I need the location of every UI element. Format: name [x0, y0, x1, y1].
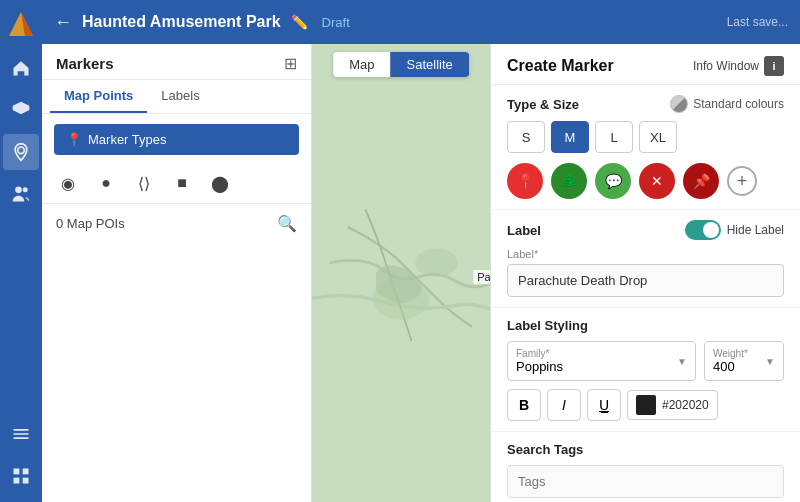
font-weight-value: 400 — [713, 359, 748, 374]
marker-icon-x[interactable]: ✕ — [639, 163, 675, 199]
create-marker-header: Create Marker Info Window i — [491, 44, 800, 85]
panel-tabs: Map Points Labels — [42, 80, 311, 114]
hide-label-toggle[interactable]: Hide Label — [685, 220, 784, 240]
map-area: Map Satellite 🎡 Parachute Death Drop — [312, 44, 490, 502]
icon-square[interactable]: ■ — [170, 171, 194, 195]
font-weight-label: Weight* — [713, 348, 748, 359]
info-window-button[interactable]: Info Window i — [693, 56, 784, 76]
search-tags-title: Search Tags — [507, 442, 583, 457]
panel-title: Markers — [56, 55, 114, 72]
marker-icon-green[interactable]: 🌲 — [551, 163, 587, 199]
svg-point-3 — [15, 187, 22, 194]
marker-icon-chat[interactable]: 💬 — [595, 163, 631, 199]
marker-icon-darkred[interactable]: 📌 — [683, 163, 719, 199]
page-title: Haunted Amusement Park — [82, 13, 281, 31]
type-size-header: Type & Size Standard colours — [507, 95, 784, 113]
icon-pin[interactable]: ◉ — [56, 171, 80, 195]
color-swatch — [636, 395, 656, 415]
text-style-row: B I U̲ #202020 — [507, 389, 784, 421]
marker-types-label: Marker Types — [88, 132, 167, 147]
svg-point-11 — [415, 248, 458, 276]
sidebar-item-users[interactable] — [3, 176, 39, 212]
poi-search-icon[interactable]: 🔍 — [277, 214, 297, 233]
bold-button[interactable]: B — [507, 389, 541, 421]
standard-colours-toggle[interactable]: Standard colours — [670, 95, 784, 113]
svg-point-4 — [23, 187, 28, 192]
map-tab-map[interactable]: Map — [333, 52, 390, 77]
sidebar-item-bottom[interactable] — [3, 458, 39, 494]
app-logo — [5, 8, 37, 40]
back-button[interactable]: ← — [54, 12, 72, 33]
label-styling-title: Label Styling — [507, 318, 588, 333]
svg-point-2 — [18, 147, 25, 154]
marker-types-icon: 📍 — [66, 132, 82, 147]
map-tab-satellite[interactable]: Satellite — [391, 52, 469, 77]
label-field-label: Label* — [507, 248, 784, 260]
tags-input[interactable] — [507, 465, 784, 498]
main-area: ← Haunted Amusement Park ✏️ Draft Last s… — [42, 0, 800, 502]
poi-count: 0 Map POIs — [56, 216, 125, 231]
label-input[interactable] — [507, 264, 784, 297]
standard-colours-label: Standard colours — [693, 97, 784, 111]
size-btn-l[interactable]: L — [595, 121, 633, 153]
label-section-title: Label — [507, 223, 541, 238]
icon-dot[interactable]: ⬤ — [208, 171, 232, 195]
marker-icon-row: ◉ ● ⟨⟩ ■ ⬤ — [42, 165, 311, 204]
color-picker-button[interactable]: #202020 — [627, 390, 718, 420]
underline-button[interactable]: U̲ — [587, 389, 621, 421]
marker-types-button[interactable]: 📍 Marker Types — [54, 124, 299, 155]
font-weight-select[interactable]: Weight* 400 ▼ — [704, 341, 784, 381]
tab-map-points[interactable]: Map Points — [50, 80, 147, 113]
label-styling-header: Label Styling — [507, 318, 784, 333]
map-tabs: Map Satellite — [333, 52, 469, 77]
label-section-header: Label Hide Label — [507, 220, 784, 240]
italic-button[interactable]: I — [547, 389, 581, 421]
size-btn-s[interactable]: S — [507, 121, 545, 153]
content-row: Markers ⊞ Map Points Labels 📍 Marker Typ… — [42, 44, 800, 502]
font-family-value: Poppins — [516, 359, 563, 374]
label-field-wrapper: Label* — [507, 248, 784, 297]
add-marker-icon-button[interactable]: + — [727, 166, 757, 196]
left-panel: Markers ⊞ Map Points Labels 📍 Marker Typ… — [42, 44, 312, 502]
svg-rect-5 — [14, 469, 20, 475]
label-styling-section: Label Styling Family* Poppins ▼ Weight* … — [491, 308, 800, 432]
hide-label-toggle-thumb — [703, 222, 719, 238]
map-background — [312, 44, 490, 502]
font-weight-arrow: ▼ — [765, 356, 775, 367]
hide-label-toggle-switch[interactable] — [685, 220, 721, 240]
marker-icon-red[interactable]: 📍 — [507, 163, 543, 199]
size-btn-m[interactable]: M — [551, 121, 589, 153]
svg-rect-6 — [23, 469, 29, 475]
create-marker-title: Create Marker — [507, 57, 614, 75]
draft-badge: Draft — [322, 15, 350, 30]
type-size-section: Type & Size Standard colours S M L XL 📍 — [491, 85, 800, 210]
map-marker-label: Parachute Death Drop — [473, 270, 490, 284]
page-header: ← Haunted Amusement Park ✏️ Draft Last s… — [42, 0, 800, 44]
panel-header-icon[interactable]: ⊞ — [284, 54, 297, 73]
info-window-label: Info Window — [693, 59, 759, 73]
search-tags-header: Search Tags — [507, 442, 784, 457]
tab-labels[interactable]: Labels — [147, 80, 213, 113]
type-size-title: Type & Size — [507, 97, 579, 112]
info-window-icon: i — [764, 56, 784, 76]
label-section: Label Hide Label Label* — [491, 210, 800, 308]
sidebar-item-home[interactable] — [3, 50, 39, 86]
icon-share[interactable]: ⟨⟩ — [132, 171, 156, 195]
svg-rect-8 — [23, 478, 29, 484]
hide-label-text: Hide Label — [727, 223, 784, 237]
poi-row: 0 Map POIs 🔍 — [42, 204, 311, 243]
right-panel: Create Marker Info Window i Type & Size … — [490, 44, 800, 502]
sidebar-item-layers[interactable] — [3, 92, 39, 128]
svg-rect-7 — [14, 478, 20, 484]
sidebar-item-tools[interactable] — [3, 416, 39, 452]
edit-title-icon[interactable]: ✏️ — [291, 14, 308, 30]
size-btn-xl[interactable]: XL — [639, 121, 677, 153]
font-family-select[interactable]: Family* Poppins ▼ — [507, 341, 696, 381]
font-family-label: Family* — [516, 348, 563, 359]
search-tags-section: Search Tags — [491, 432, 800, 502]
standard-colours-icon — [670, 95, 688, 113]
font-family-arrow: ▼ — [677, 356, 687, 367]
marker-icons-row: 📍 🌲 💬 ✕ 📌 — [507, 163, 784, 199]
sidebar-item-markers[interactable] — [3, 134, 39, 170]
icon-circle[interactable]: ● — [94, 171, 118, 195]
